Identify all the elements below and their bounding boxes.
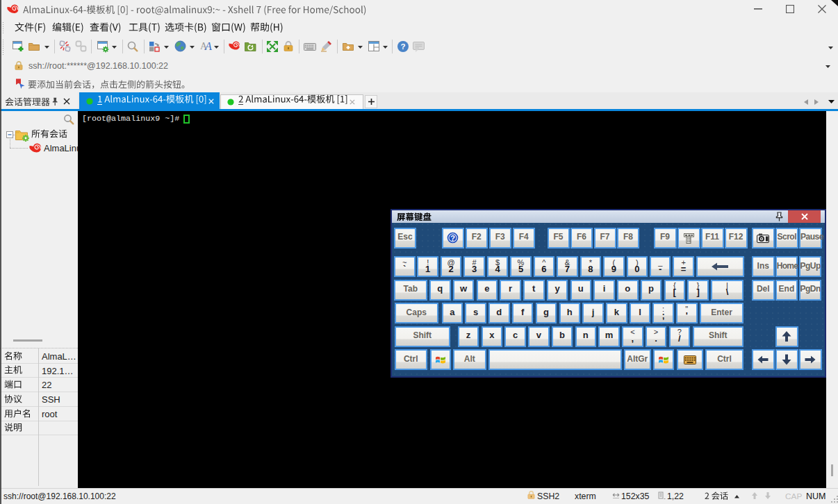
svg-text:?: ? [400, 42, 405, 51]
svg-text:?: ? [450, 234, 455, 242]
svg-text:A: A [204, 40, 212, 51]
